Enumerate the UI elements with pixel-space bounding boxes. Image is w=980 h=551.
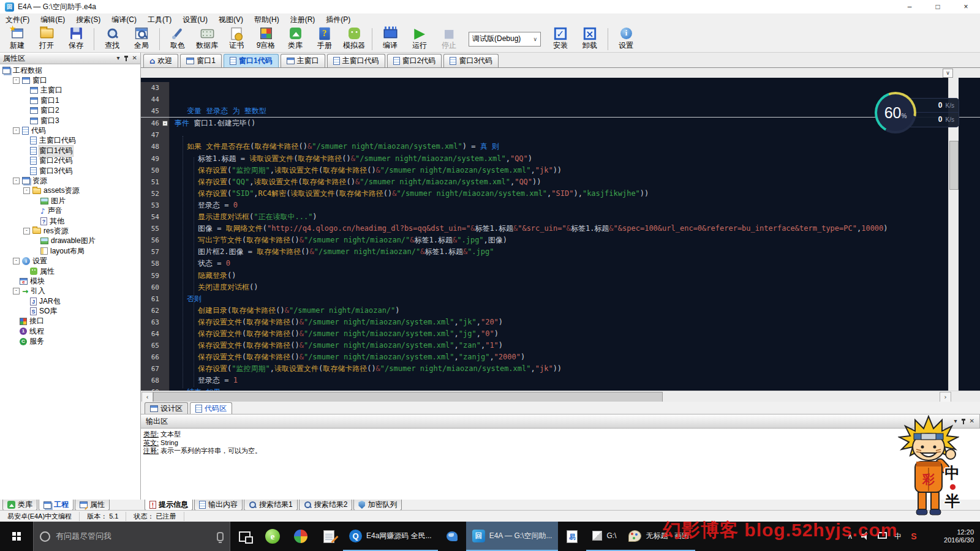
- menu-item[interactable]: 视图(V): [213, 13, 249, 26]
- editor-tab[interactable]: ⌂欢迎: [143, 54, 178, 67]
- code-editor[interactable]: 434445变量 登录态 为 整数型46-事件 窗口1.创建完毕()4748如果…: [141, 78, 980, 391]
- tree-item[interactable]: 窗口3: [0, 116, 140, 126]
- speed-monitor-widget[interactable]: ↑ 0 K/s ↓ 0 K/s 60 %: [875, 92, 960, 133]
- view-tab[interactable]: 设计区: [145, 402, 188, 414]
- sidebar-tab[interactable]: 工程: [39, 500, 74, 511]
- tree-item[interactable]: 图片: [0, 196, 140, 206]
- tree-item[interactable]: SSO库: [0, 306, 140, 316]
- tab-scroll-down-icon[interactable]: ∨: [943, 69, 953, 78]
- tree-item[interactable]: e模块: [0, 276, 140, 286]
- taskbar-search-box[interactable]: 有问题尽管问我: [33, 522, 230, 551]
- panel-close-icon[interactable]: ✕: [132, 55, 137, 61]
- tree-item[interactable]: 主窗口代码: [0, 136, 140, 146]
- view-tab[interactable]: 代码区: [190, 402, 232, 414]
- toolbar-nine-grid-button[interactable]: 9宫格: [251, 26, 281, 51]
- minimize-button[interactable]: –: [895, 0, 924, 13]
- tree-item[interactable]: -res资源: [0, 226, 140, 236]
- toolbar-certificate-button[interactable]: 证书: [222, 26, 251, 51]
- editor-tab[interactable]: 主窗口代码: [327, 54, 385, 67]
- menu-item[interactable]: 编辑(E): [35, 13, 70, 26]
- tree-item[interactable]: -i设置: [0, 256, 140, 266]
- editor-tab[interactable]: 主窗口: [281, 54, 325, 67]
- toolbar-class-lib-button[interactable]: 类库: [281, 26, 310, 51]
- toolbar-magnifier-button[interactable]: 查找: [97, 26, 127, 51]
- tree-item[interactable]: -assets资源: [0, 186, 140, 196]
- toolbar-database-button[interactable]: 数据库: [192, 26, 222, 51]
- menu-item[interactable]: 搜索(S): [70, 13, 106, 26]
- toolbar-global-search-button[interactable]: 全局: [127, 26, 156, 51]
- output-tab[interactable]: 搜索结果2: [299, 500, 353, 511]
- tree-item[interactable]: 窗口1代码: [0, 146, 140, 156]
- toolbar-new-button[interactable]: 新建: [2, 26, 32, 51]
- tree-item[interactable]: 窗口2代码: [0, 156, 140, 166]
- tree-expander-icon[interactable]: -: [23, 228, 30, 234]
- tree-item[interactable]: ♪声音: [0, 206, 140, 216]
- close-button[interactable]: ×: [952, 0, 980, 13]
- taskbar-pigeon-button[interactable]: [438, 522, 466, 551]
- taskbar-browser-e-button[interactable]: e: [258, 522, 287, 551]
- taskbar-e4a-doc-button[interactable]: 易: [558, 522, 586, 551]
- sidebar-tab[interactable]: 类库: [2, 500, 37, 511]
- toolbar-install-button[interactable]: ✓安装: [546, 26, 575, 51]
- tree-expander-icon[interactable]: -: [13, 288, 20, 294]
- menu-item[interactable]: 文件(F): [0, 13, 35, 26]
- start-button[interactable]: [0, 522, 33, 551]
- tree-item[interactable]: 工程数据: [0, 66, 140, 75]
- menu-item[interactable]: 设置(U): [177, 13, 213, 26]
- tree-expander-icon[interactable]: -: [23, 187, 30, 194]
- tree-item[interactable]: 接口: [0, 317, 140, 326]
- panel-close-icon[interactable]: ✕: [970, 418, 974, 424]
- scroll-left-icon[interactable]: ‹: [141, 392, 153, 402]
- output-tab[interactable]: !提示信息: [145, 500, 193, 511]
- toolbar-open-button[interactable]: 打开: [32, 26, 61, 51]
- tree-item[interactable]: 窗口3代码: [0, 166, 140, 176]
- taskbar-clock[interactable]: 12:20 2016/6/30: [921, 528, 980, 544]
- tree-item[interactable]: layout布局: [0, 246, 140, 256]
- tree-item[interactable]: C服务: [0, 337, 140, 347]
- tree-item[interactable]: 属性: [0, 266, 140, 276]
- editor-tab[interactable]: 窗口3代码: [443, 54, 499, 67]
- menu-item[interactable]: 帮助(H): [249, 13, 285, 26]
- tree-item[interactable]: 窗口1: [0, 96, 140, 105]
- horizontal-scrollbar-thumb[interactable]: [153, 392, 663, 402]
- tree-item[interactable]: drawable图片: [0, 236, 140, 246]
- menu-item[interactable]: 注册(R): [285, 13, 321, 26]
- vertical-scrollbar-thumb[interactable]: [949, 141, 959, 190]
- tree-item[interactable]: -资源: [0, 176, 140, 186]
- output-tab[interactable]: 加密队列: [353, 500, 402, 511]
- tree-item[interactable]: 主窗口: [0, 86, 140, 96]
- menu-item[interactable]: 插件(P): [320, 13, 356, 26]
- menu-item[interactable]: 编译(C): [106, 13, 142, 26]
- taskbar-colorful-app-button[interactable]: [287, 522, 315, 551]
- tree-expander-icon[interactable]: -: [13, 178, 20, 184]
- sidebar-tab[interactable]: 属性: [75, 500, 110, 511]
- toolbar-color-picker-button[interactable]: 取色: [163, 26, 192, 51]
- editor-tab[interactable]: 窗口2代码: [387, 54, 442, 67]
- taskbar-task[interactable]: 回E4A — G:\空间助...: [466, 522, 559, 551]
- toolbar-settings-button[interactable]: i设置: [611, 26, 641, 51]
- memory-gauge[interactable]: 60 %: [877, 94, 914, 131]
- tray-sogou-icon[interactable]: S: [907, 531, 921, 541]
- tree-expander-icon[interactable]: -: [13, 258, 20, 264]
- panel-menu-icon[interactable]: ▾: [117, 55, 120, 61]
- horizontal-scrollbar[interactable]: ‹ ›: [141, 391, 980, 402]
- pin-icon[interactable]: [124, 56, 129, 61]
- taskbar-task[interactable]: QE4a网赚源码 全民...: [343, 522, 438, 551]
- editor-tab[interactable]: 窗口1: [180, 54, 222, 67]
- tree-item[interactable]: ?其他: [0, 216, 140, 226]
- toolbar-run-button[interactable]: ▶运行: [405, 26, 434, 51]
- debug-version-dropdown[interactable]: 调试版(Debug)∨: [469, 32, 541, 47]
- taskbar-notepad-button[interactable]: [315, 522, 343, 551]
- taskbar-task[interactable]: G:\: [586, 522, 622, 551]
- toolbar-compile-button[interactable]: 编译: [375, 26, 405, 51]
- task-view-button[interactable]: [230, 522, 258, 551]
- tree-item[interactable]: -代码: [0, 126, 140, 135]
- fold-collapse-icon[interactable]: -: [162, 121, 168, 126]
- tree-item[interactable]: JJAR包: [0, 296, 140, 306]
- toolbar-emulator-button[interactable]: 模拟器: [339, 26, 369, 51]
- microphone-icon[interactable]: [217, 532, 224, 541]
- pin-icon[interactable]: [961, 419, 966, 424]
- editor-tab[interactable]: 窗口1代码: [224, 54, 279, 67]
- tree-item[interactable]: 1线程: [0, 326, 140, 336]
- toolbar-manual-button[interactable]: ?手册: [310, 26, 339, 51]
